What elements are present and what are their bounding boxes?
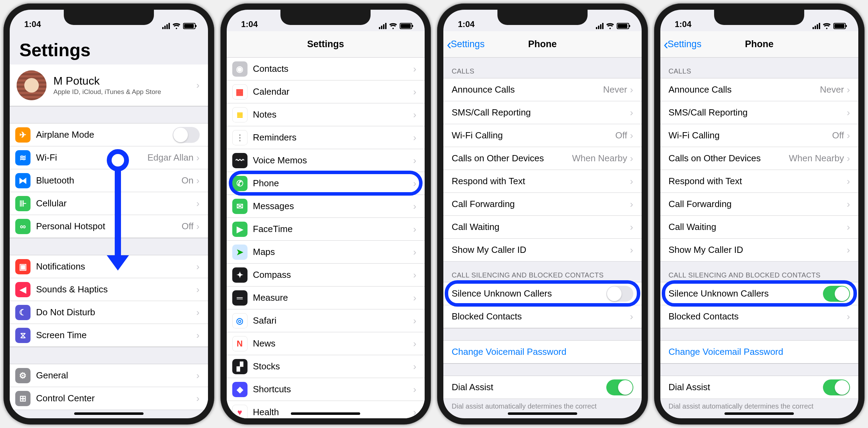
row-calls-on-other-devices[interactable]: Calls on Other Devices When Nearby › xyxy=(660,147,859,170)
chevron-right-icon: › xyxy=(630,245,633,256)
chevron-right-icon: › xyxy=(413,201,416,212)
row-stocks[interactable]: ▞ Stocks› xyxy=(227,355,425,378)
row-value: On xyxy=(181,175,193,186)
row-label: FaceTime xyxy=(253,224,413,234)
row-wi-fi[interactable]: ≋ Wi-FiEdgar Allan› xyxy=(10,146,208,169)
control-center-icon: ⊞ xyxy=(15,391,31,406)
silence-unknown-callers-toggle[interactable] xyxy=(823,286,850,302)
section-header-silencing: CALL SILENCING AND BLOCKED CONTACTS xyxy=(443,262,642,282)
row-control-center[interactable]: ⊞ Control Center› xyxy=(10,387,208,410)
chevron-right-icon: › xyxy=(196,175,199,186)
reminders-icon: ⋮ xyxy=(232,130,248,145)
contacts-icon: ◉ xyxy=(232,61,248,77)
row-label: Dial Assist xyxy=(452,382,606,393)
row-announce-calls[interactable]: Announce Calls Never › xyxy=(443,78,642,101)
battery-icon xyxy=(617,23,629,29)
dial-assist-toggle[interactable] xyxy=(606,379,633,395)
row-notifications[interactable]: ▣ Notifications› xyxy=(10,255,208,278)
row-label: Respond with Text xyxy=(452,176,630,187)
chevron-right-icon: › xyxy=(413,269,416,281)
row-show-my-caller-id[interactable]: Show My Caller ID › xyxy=(443,239,642,262)
row-shortcuts[interactable]: ◆ Shortcuts› xyxy=(227,378,425,401)
row-wi-fi-calling[interactable]: Wi-Fi Calling Off › xyxy=(443,124,642,147)
row-notes[interactable]: ≣ Notes› xyxy=(227,103,425,126)
row-value: Off xyxy=(832,130,844,141)
row-dial-assist[interactable]: Dial Assist xyxy=(660,376,859,399)
row-airplane-mode[interactable]: ✈ Airplane Mode xyxy=(10,123,208,146)
back-button[interactable]: ‹Settings xyxy=(447,31,485,57)
battery-icon xyxy=(400,23,412,29)
chevron-right-icon: › xyxy=(413,247,416,258)
row-silence-unknown-callers[interactable]: Silence Unknown Callers xyxy=(660,282,859,305)
row-news[interactable]: N News› xyxy=(227,332,425,355)
row-respond-with-text[interactable]: Respond with Text › xyxy=(660,170,859,193)
chevron-right-icon: › xyxy=(196,330,199,341)
row-call-waiting[interactable]: Call Waiting › xyxy=(443,216,642,239)
row-measure[interactable]: ═ Measure› xyxy=(227,286,425,309)
row-general[interactable]: ⚙ General› xyxy=(10,364,208,387)
row-health[interactable]: ♥ Health› xyxy=(227,401,425,418)
compass-icon: ✦ xyxy=(232,267,248,283)
row-facetime[interactable]: ▶ FaceTime› xyxy=(227,218,425,241)
home-indicator[interactable] xyxy=(508,412,577,415)
notes-icon: ≣ xyxy=(232,107,248,122)
row-respond-with-text[interactable]: Respond with Text › xyxy=(443,170,642,193)
clock: 1:04 xyxy=(241,19,258,29)
phone-3: 1:04 ‹Settings Phone CALLS Announce Call… xyxy=(437,3,648,425)
dial-assist-footer: Dial assist automatically determines the… xyxy=(660,399,859,412)
row-do-not-disturb[interactable]: ☾ Do Not Disturb› xyxy=(10,301,208,324)
avatar xyxy=(17,70,46,100)
signal-icon xyxy=(596,23,604,29)
row-messages[interactable]: ✉ Messages› xyxy=(227,195,425,218)
row-calls-on-other-devices[interactable]: Calls on Other Devices When Nearby › xyxy=(443,147,642,170)
row-call-forwarding[interactable]: Call Forwarding › xyxy=(660,193,859,216)
row-maps[interactable]: ➤ Maps› xyxy=(227,241,425,264)
row-voice-memos[interactable]: 〰 Voice Memos› xyxy=(227,149,425,172)
signal-icon xyxy=(162,23,170,29)
row-sounds-haptics[interactable]: ◀ Sounds & Haptics› xyxy=(10,278,208,301)
row-compass[interactable]: ✦ Compass› xyxy=(227,264,425,286)
row-value: Never xyxy=(820,84,844,95)
row-call-waiting[interactable]: Call Waiting › xyxy=(660,216,859,239)
row-call-forwarding[interactable]: Call Forwarding › xyxy=(443,193,642,216)
row-label: Calls on Other Devices xyxy=(669,153,789,164)
row-change-voicemail-password[interactable]: Change Voicemail Password xyxy=(660,341,859,363)
apple-id-row[interactable]: M Potuck Apple ID, iCloud, iTunes & App … xyxy=(10,65,208,106)
chevron-right-icon: › xyxy=(413,384,416,395)
row-announce-calls[interactable]: Announce Calls Never › xyxy=(660,78,859,101)
home-indicator[interactable] xyxy=(724,412,794,415)
row-calendar[interactable]: ▦ Calendar› xyxy=(227,80,425,103)
row-label: Dial Assist xyxy=(669,382,823,393)
row-blocked-contacts[interactable]: Blocked Contacts › xyxy=(660,305,859,328)
chevron-right-icon: › xyxy=(413,63,416,75)
airplane-mode-toggle[interactable] xyxy=(173,127,200,143)
row-sms-call-reporting[interactable]: SMS/Call Reporting › xyxy=(443,101,642,124)
row-change-voicemail-password[interactable]: Change Voicemail Password xyxy=(443,341,642,363)
row-label: SMS/Call Reporting xyxy=(452,107,630,118)
row-phone[interactable]: ✆ Phone› xyxy=(227,172,425,195)
row-blocked-contacts[interactable]: Blocked Contacts › xyxy=(443,305,642,328)
row-dial-assist[interactable]: Dial Assist xyxy=(443,376,642,399)
dial-assist-toggle[interactable] xyxy=(823,379,850,395)
battery-icon xyxy=(183,23,196,29)
row-screen-time[interactable]: ⧖ Screen Time› xyxy=(10,324,208,347)
row-personal-hotspot[interactable]: ∞ Personal HotspotOff› xyxy=(10,215,208,238)
home-indicator[interactable] xyxy=(291,412,360,415)
row-safari[interactable]: ◎ Safari› xyxy=(227,309,425,332)
back-button[interactable]: ‹Settings xyxy=(664,31,702,57)
facetime-icon: ▶ xyxy=(232,222,248,237)
home-indicator[interactable] xyxy=(74,412,144,415)
chevron-right-icon: › xyxy=(847,176,850,187)
row-contacts[interactable]: ◉ Contacts› xyxy=(227,58,425,80)
phone-4: 1:04 ‹Settings Phone CALLS Announce Call… xyxy=(654,3,865,425)
silence-unknown-callers-toggle[interactable] xyxy=(606,286,633,302)
row-show-my-caller-id[interactable]: Show My Caller ID › xyxy=(660,239,859,262)
row-silence-unknown-callers[interactable]: Silence Unknown Callers xyxy=(443,282,642,305)
row-cellular[interactable]: ⊪ Cellular› xyxy=(10,192,208,215)
row-sms-call-reporting[interactable]: SMS/Call Reporting › xyxy=(660,101,859,124)
row-reminders[interactable]: ⋮ Reminders› xyxy=(227,126,425,149)
row-label: Call Waiting xyxy=(452,222,630,232)
row-bluetooth[interactable]: ⧓ BluetoothOn› xyxy=(10,169,208,192)
row-wi-fi-calling[interactable]: Wi-Fi Calling Off › xyxy=(660,124,859,147)
row-label: News xyxy=(253,338,413,349)
